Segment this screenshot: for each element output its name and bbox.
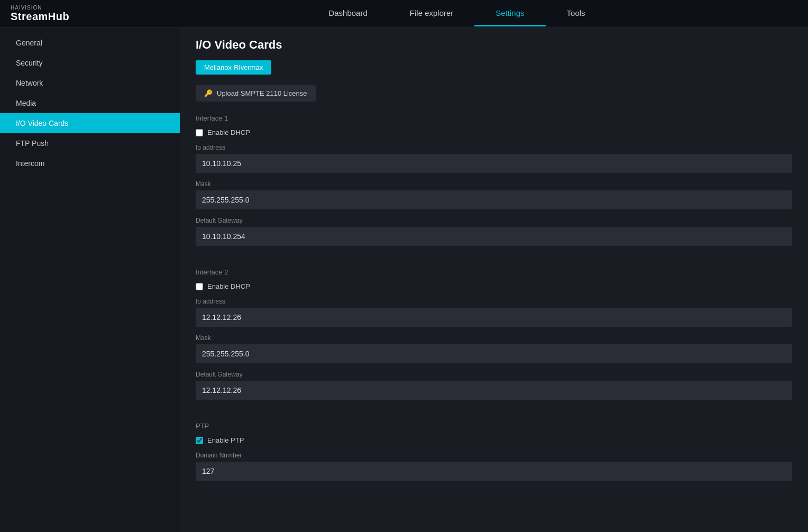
interface1-header: Interface 1: [196, 114, 792, 122]
tab-mellanox-rivermax[interactable]: Mellanox-Rivermax: [196, 60, 271, 75]
interface1-mask-group: Mask: [196, 180, 792, 209]
ptp-header: PTP: [196, 422, 792, 430]
nav-tools[interactable]: Tools: [546, 1, 607, 26]
upload-smpte-button[interactable]: 🔑 Upload SMPTE 2110 License: [196, 85, 316, 102]
interface2-gateway-group: Default Gateway: [196, 371, 792, 400]
ptp-domain-group: Domain Number: [196, 452, 792, 481]
nav-settings[interactable]: Settings: [474, 1, 545, 26]
sidebar-item-general[interactable]: General: [0, 33, 180, 53]
interface1-ip-input[interactable]: [196, 154, 792, 173]
brand-title: StreamHub: [11, 11, 95, 23]
ptp-domain-label: Domain Number: [196, 452, 792, 459]
interface2-gateway-label: Default Gateway: [196, 371, 792, 378]
brand: HAIVISION StreamHub: [11, 5, 95, 23]
interface1-gateway-group: Default Gateway: [196, 217, 792, 246]
interface2-ip-input[interactable]: [196, 308, 792, 327]
interface2-dhcp-label: Enable DHCP: [207, 282, 250, 290]
interface2-mask-input[interactable]: [196, 344, 792, 363]
interface2-ip-label: Ip address: [196, 298, 792, 305]
interface1-dhcp-row: Enable DHCP: [196, 129, 792, 136]
main-content: I/O Video Cards Mellanox-Rivermax 🔑 Uplo…: [180, 27, 808, 532]
interface1-dhcp-checkbox[interactable]: [196, 129, 203, 136]
ptp-enable-row: Enable PTP: [196, 436, 792, 444]
interface2-header: Interface 2: [196, 268, 792, 276]
interface1-mask-input[interactable]: [196, 190, 792, 209]
brand-subtitle: HAIVISION: [11, 5, 95, 11]
sidebar-item-network[interactable]: Network: [0, 73, 180, 93]
interface1-ip-group: Ip address: [196, 144, 792, 173]
layout: General Security Network Media I/O Video…: [0, 27, 808, 532]
interface2-ip-group: Ip address: [196, 298, 792, 327]
interface1-gateway-input[interactable]: [196, 227, 792, 246]
interface1-dhcp-label: Enable DHCP: [207, 129, 250, 136]
top-nav: HAIVISION StreamHub Dashboard File explo…: [0, 0, 808, 27]
interface1-mask-label: Mask: [196, 180, 792, 188]
sidebar: General Security Network Media I/O Video…: [0, 27, 180, 532]
tab-bar: Mellanox-Rivermax: [196, 60, 792, 75]
interface2-dhcp-checkbox[interactable]: [196, 283, 203, 290]
ptp-enable-checkbox[interactable]: [196, 437, 203, 444]
ptp-domain-input[interactable]: [196, 462, 792, 481]
upload-btn-label: Upload SMPTE 2110 License: [217, 89, 307, 97]
sidebar-item-security[interactable]: Security: [0, 53, 180, 73]
page-title: I/O Video Cards: [196, 38, 792, 52]
sidebar-item-intercom[interactable]: Intercom: [0, 153, 180, 173]
key-icon: 🔑: [204, 89, 213, 97]
nav-links: Dashboard File explorer Settings Tools: [116, 1, 797, 26]
interface2-dhcp-row: Enable DHCP: [196, 282, 792, 290]
sidebar-item-ftp-push[interactable]: FTP Push: [0, 133, 180, 153]
nav-dashboard[interactable]: Dashboard: [307, 1, 388, 26]
sidebar-item-media[interactable]: Media: [0, 93, 180, 113]
interface2-mask-label: Mask: [196, 334, 792, 342]
interface2-gateway-input[interactable]: [196, 381, 792, 400]
ptp-enable-label: Enable PTP: [207, 436, 244, 444]
nav-file-explorer[interactable]: File explorer: [389, 1, 475, 26]
interface1-ip-label: Ip address: [196, 144, 792, 151]
sidebar-item-io-video-cards[interactable]: I/O Video Cards: [0, 113, 180, 133]
interface2-mask-group: Mask: [196, 334, 792, 363]
interface1-gateway-label: Default Gateway: [196, 217, 792, 224]
